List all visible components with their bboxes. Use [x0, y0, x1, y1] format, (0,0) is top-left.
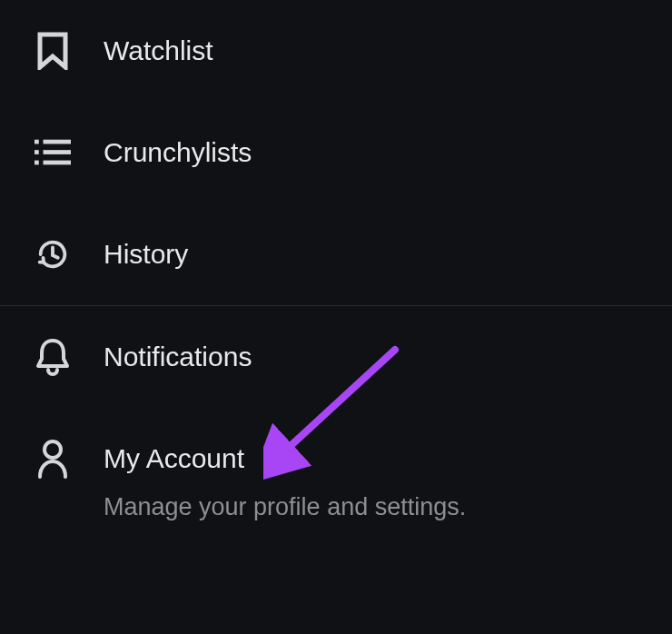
- svg-rect-0: [35, 140, 39, 144]
- svg-rect-5: [44, 161, 71, 165]
- menu-item-text: Notifications: [104, 339, 252, 375]
- menu-item-history[interactable]: History: [0, 203, 672, 305]
- menu-item-text: History: [104, 236, 188, 272]
- svg-rect-1: [44, 140, 71, 144]
- history-icon: [35, 236, 71, 272]
- menu-item-sublabel: Manage your profile and settings.: [104, 491, 466, 523]
- menu-item-watchlist[interactable]: Watchlist: [0, 0, 672, 102]
- menu-item-label: History: [104, 236, 188, 272]
- menu-item-label: My Account: [104, 441, 466, 477]
- bell-icon: [35, 339, 71, 375]
- svg-rect-4: [35, 161, 39, 165]
- bookmark-icon: [35, 33, 71, 69]
- list-icon: [35, 134, 71, 171]
- svg-rect-2: [35, 150, 39, 154]
- menu-item-label: Watchlist: [104, 33, 213, 69]
- menu-item-my-account[interactable]: My Account Manage your profile and setti…: [0, 408, 672, 556]
- menu-item-text: My Account Manage your profile and setti…: [104, 441, 466, 523]
- menu-item-notifications[interactable]: Notifications: [0, 306, 672, 408]
- menu-item-label: Crunchylists: [104, 134, 252, 171]
- svg-rect-3: [44, 150, 71, 154]
- menu-item-text: Watchlist: [104, 33, 213, 69]
- menu-item-crunchylists[interactable]: Crunchylists: [0, 102, 672, 203]
- svg-point-6: [44, 441, 61, 458]
- menu-item-label: Notifications: [104, 339, 252, 375]
- user-icon: [35, 441, 71, 477]
- menu-item-text: Crunchylists: [104, 134, 252, 171]
